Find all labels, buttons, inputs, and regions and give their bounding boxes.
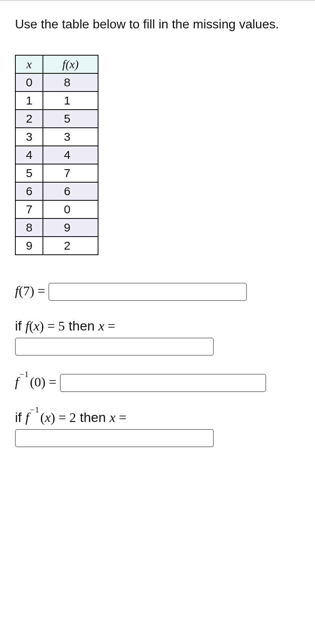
- q3-answer-input[interactable]: [60, 374, 266, 392]
- table-row: 25: [15, 110, 98, 128]
- table-header-fx: f(x): [43, 55, 98, 73]
- cell-x: 2: [15, 110, 43, 128]
- cell-fx: 9: [43, 218, 98, 237]
- question-3: f−1(0) =: [15, 374, 300, 392]
- q2-answer-input[interactable]: [15, 338, 214, 356]
- cell-fx: 6: [43, 182, 98, 200]
- table-row: 66: [15, 182, 98, 200]
- q1-answer-input[interactable]: [48, 283, 247, 301]
- cell-fx: 3: [43, 128, 98, 146]
- question-2: if f(x) = 5 then x =: [15, 319, 300, 356]
- q4-expression: if f−1(x) = 2 then x =: [15, 410, 126, 425]
- cell-x: 1: [15, 91, 43, 110]
- cell-fx: 4: [43, 146, 98, 164]
- instructions-text: Use the table below to fill in the missi…: [15, 16, 300, 33]
- cell-x: 6: [15, 182, 43, 200]
- cell-x: 5: [15, 164, 43, 182]
- cell-fx: 2: [43, 237, 98, 255]
- table-row: 89: [15, 218, 98, 237]
- table-row: 08: [15, 73, 98, 91]
- cell-fx: 7: [43, 164, 98, 182]
- cell-fx: 8: [43, 73, 98, 91]
- table-row: 11: [15, 91, 98, 110]
- problem-content: Use the table below to fill in the missi…: [0, 1, 315, 447]
- cell-x: 9: [15, 237, 43, 255]
- function-table: x f(x) 08 11 25 33 44 57 66 70 89 92: [15, 55, 98, 255]
- q3-expression: f−1(0) =: [15, 375, 60, 389]
- cell-fx: 5: [43, 110, 98, 128]
- cell-x: 8: [15, 218, 43, 237]
- table-row: 57: [15, 164, 98, 182]
- q1-expression: f(7) =: [15, 284, 48, 298]
- table-row: 92: [15, 237, 98, 255]
- q4-answer-input[interactable]: [15, 429, 214, 447]
- cell-fx: 0: [43, 200, 98, 218]
- cell-x: 0: [15, 73, 43, 91]
- question-1: f(7) =: [15, 283, 300, 301]
- table-row: 44: [15, 146, 98, 164]
- cell-x: 3: [15, 128, 43, 146]
- cell-x: 4: [15, 146, 43, 164]
- cell-fx: 1: [43, 91, 98, 110]
- question-4: if f−1(x) = 2 then x =: [15, 410, 300, 447]
- q2-expression: if f(x) = 5 then x =: [15, 318, 115, 333]
- cell-x: 7: [15, 200, 43, 218]
- table-row: 70: [15, 200, 98, 218]
- table-row: 33: [15, 128, 98, 146]
- table-header-x: x: [15, 55, 43, 73]
